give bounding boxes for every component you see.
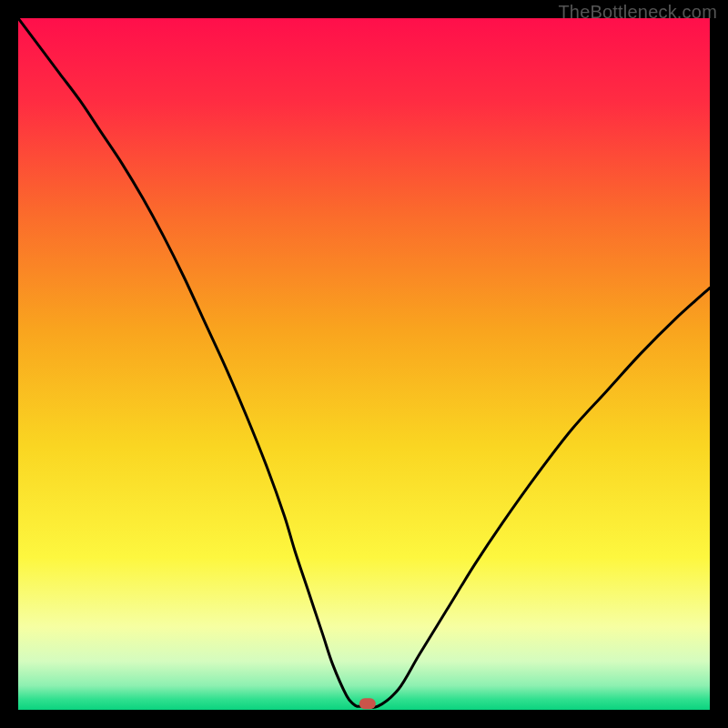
gradient-background	[18, 18, 710, 710]
bottleneck-chart	[18, 18, 710, 710]
plot-area	[18, 18, 710, 710]
chart-frame: TheBottleneck.com	[0, 0, 728, 728]
watermark-label: TheBottleneck.com	[558, 2, 717, 23]
optimal-marker	[359, 698, 376, 709]
